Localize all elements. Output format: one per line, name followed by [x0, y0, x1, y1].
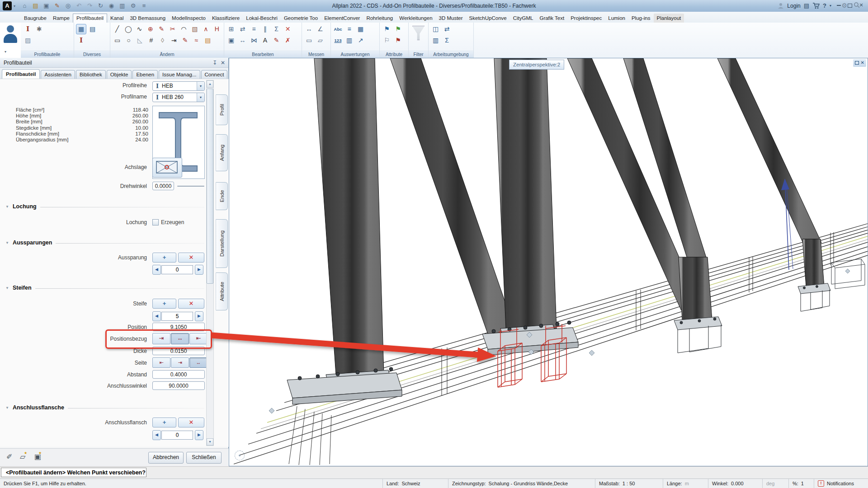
viewport-close-icon[interactable]: ✕ — [861, 60, 864, 66]
ribbon-tab[interactable]: Geometrie Too — [281, 14, 321, 23]
open-favorite-icon[interactable]: ▱★ — [20, 452, 25, 461]
ribbon-tab[interactable]: ElementConver — [321, 14, 363, 23]
ribbon-icon[interactable]: ○ — [123, 35, 134, 46]
ribbon-tab[interactable]: Grafik Text — [536, 14, 567, 23]
anschlussflansch-add-button[interactable]: + — [152, 418, 176, 427]
panel-tab[interactable]: Ebenen — [132, 70, 158, 79]
ribbon-tab[interactable]: 3D Muster — [436, 14, 466, 23]
ribbon-tab[interactable]: Kanal — [107, 14, 127, 23]
scroll-down-icon[interactable]: ▼ — [207, 438, 213, 446]
ribbon-icon[interactable]: ↔ — [304, 24, 314, 34]
status-land[interactable]: Land:Schweiz — [382, 479, 448, 488]
ribbon-tab[interactable]: Werkleitungen — [396, 14, 435, 23]
ribbon-icon[interactable]: ✗ — [283, 35, 293, 46]
ribbon-icon[interactable]: ▤ — [87, 24, 98, 34]
anschlusswinkel-input[interactable] — [152, 381, 205, 390]
position-input[interactable] — [152, 323, 205, 331]
ribbon-icon[interactable]: Abc — [333, 24, 343, 34]
abstand-input[interactable] — [152, 370, 205, 379]
profilname-dropdown[interactable]: I HEB 260 ▼ — [152, 93, 205, 102]
prompt-text[interactable]: <Profilbauteil ändern> Welchen Punkt ver… — [1, 468, 146, 477]
ribbon-icon[interactable]: ≡ — [344, 24, 354, 34]
save-favorite-icon[interactable]: ▣★ — [34, 452, 41, 461]
panel-tab[interactable]: Objekte — [107, 70, 132, 79]
lochung-checkbox[interactable] — [152, 219, 159, 225]
ribbon-icon[interactable]: ≈ — [191, 35, 202, 46]
ribbon-icon[interactable]: ▦ — [355, 24, 366, 34]
ribbon-tab[interactable]: SketchUpConve — [466, 14, 510, 23]
ribbon-icon[interactable]: ∠ — [315, 24, 326, 34]
status-winkel[interactable]: Winkel:0.000 — [708, 479, 762, 488]
status-zeichnungstyp[interactable]: Zeichnungstyp:Schalung - Grundriss Wände… — [448, 479, 595, 488]
ribbon-icon[interactable]: ∥ — [260, 24, 270, 34]
pin-icon[interactable]: ↧ — [211, 58, 218, 68]
ribbon-tab[interactable]: Projektinspec — [567, 14, 605, 23]
steife-delete-button[interactable]: ✕ — [178, 299, 204, 309]
ribbon-icon[interactable]: ▨ — [23, 35, 33, 46]
ribbon-icon[interactable]: ⇄ — [237, 24, 248, 34]
panel-tab[interactable]: Profilbauteil — [2, 69, 40, 79]
ribbon-icon[interactable]: ⇥ — [169, 35, 179, 46]
help-caret-icon[interactable]: ▾ — [830, 1, 831, 10]
steife-next-button[interactable]: ▶ — [195, 311, 203, 321]
ribbon-icon[interactable]: ◠ — [179, 24, 189, 34]
ribbon-icon[interactable]: ⚑ — [393, 24, 403, 34]
ribbon-icon[interactable]: ⇄ — [442, 24, 452, 34]
side-tab-attribute[interactable]: Attribute — [216, 272, 228, 310]
ribbon-icon[interactable]: I — [23, 24, 33, 34]
status-percent[interactable]: %:1 — [788, 479, 814, 488]
dropdown-arrow-icon[interactable]: ▼ — [197, 82, 204, 90]
ribbon-icon[interactable]: Η — [212, 24, 222, 34]
ribbon-icon[interactable]: Σ — [442, 35, 452, 46]
section-steifen[interactable]: ▼ Steifen — [5, 284, 204, 291]
search-icon[interactable] — [854, 2, 860, 8]
viewport-restore-icon[interactable] — [855, 60, 859, 66]
panel-tab[interactable]: Issue Manag... — [159, 70, 200, 79]
ribbon-tab[interactable]: CityGML — [510, 14, 537, 23]
ribbon-icon[interactable]: ⚐ — [382, 35, 392, 46]
pipette-icon[interactable]: ✐ — [6, 452, 12, 461]
profilreihe-dropdown[interactable]: I HEB ▼ — [152, 81, 205, 91]
anschlussflansch-delete-button[interactable]: ✕ — [178, 418, 204, 427]
section-aussparungen[interactable]: ▼ Aussparungen — [5, 239, 204, 246]
ribbon-tab[interactable]: Klassifiziere — [209, 14, 243, 23]
ribbon-tab[interactable]: Lumion — [605, 14, 628, 23]
ribbon-icon[interactable]: ◺ — [135, 35, 145, 46]
ribbon-icon[interactable]: ◫ — [430, 24, 441, 34]
ribbon-tab[interactable]: 3D Bemassung — [127, 14, 169, 23]
ribbon-icon[interactable]: ✱ — [34, 24, 44, 34]
anschlussflansch-prev-button[interactable]: ◀ — [152, 430, 161, 440]
ribbon-icon[interactable]: # — [146, 35, 156, 46]
steife-count[interactable]: 5 — [161, 312, 193, 321]
ribbon-tab[interactable]: Rampe — [50, 14, 73, 23]
section-anschlussflansche[interactable]: ▼ Anschlussflansche — [5, 404, 204, 411]
ribbon-icon[interactable]: 123 — [333, 35, 343, 46]
steife-prev-button[interactable]: ◀ — [152, 311, 161, 321]
status-massstab[interactable]: Maßstab:1 : 50 — [595, 479, 663, 488]
ribbon-icon[interactable]: ▭ — [112, 35, 123, 46]
aussparung-delete-button[interactable]: ✕ — [178, 253, 204, 263]
ribbon-icon[interactable]: ▥ — [344, 35, 354, 46]
panel-scrollbar[interactable]: ▲ ▼ — [206, 80, 214, 446]
ribbon-icon[interactable]: ✂ — [168, 24, 178, 34]
ribbon-icon[interactable]: ▤ — [203, 35, 213, 46]
shop-cart-icon[interactable] — [812, 3, 820, 9]
collapse-triangle-icon[interactable]: ▼ — [5, 406, 9, 410]
scroll-up-icon[interactable]: ▲ — [207, 80, 213, 88]
panel-tab[interactable]: Bibliothek — [76, 70, 106, 79]
ribbon-icon[interactable]: ▥ — [430, 35, 441, 46]
close-dialog-button[interactable]: Schließen — [186, 452, 222, 464]
scrollbar-thumb[interactable] — [207, 89, 213, 284]
ribbon-icon[interactable]: ⋈ — [249, 35, 259, 46]
side-tab-ende[interactable]: Ende — [216, 182, 228, 210]
drawing-viewport[interactable]: Zentralperspektive:2 ✕ — [229, 58, 868, 466]
user-avatar[interactable] — [3, 25, 18, 45]
panels-icon[interactable]: ▤ — [804, 1, 809, 10]
status-notifications[interactable]: ! Notifications — [814, 479, 867, 488]
status-laenge[interactable]: Länge:m — [663, 479, 708, 488]
avatar-caret-icon[interactable]: ▾ — [5, 50, 6, 54]
ribbon-icon[interactable]: ≡ — [249, 24, 259, 34]
ribbon-icon[interactable]: ∿ — [134, 24, 145, 34]
drehwinkel-slider[interactable] — [177, 186, 204, 187]
aussparung-next-button[interactable]: ▶ — [195, 265, 203, 275]
